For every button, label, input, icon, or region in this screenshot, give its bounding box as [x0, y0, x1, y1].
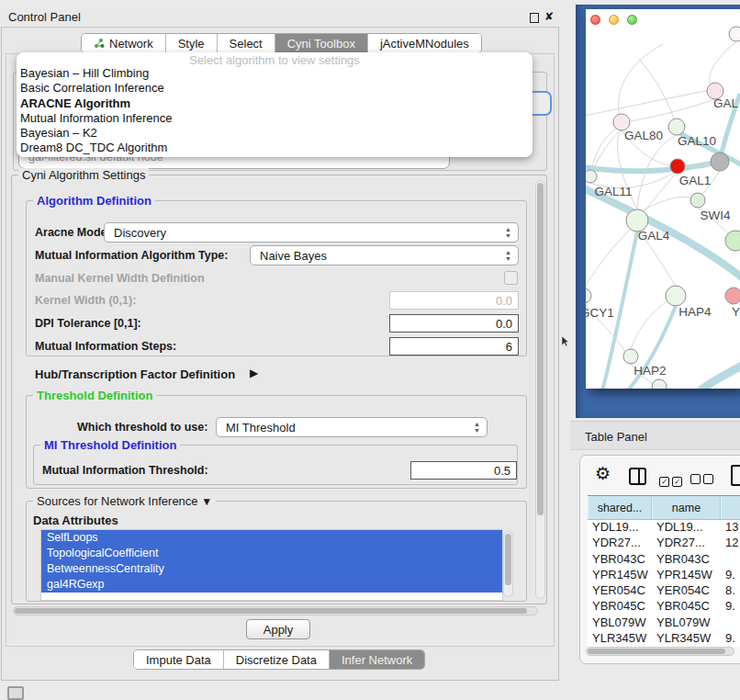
column-header-a[interactable]: A	[721, 496, 740, 519]
deselect-all-checkboxes-icon[interactable]	[690, 471, 716, 488]
column-header-shared[interactable]: shared...	[588, 496, 652, 519]
which-threshold-combo[interactable]: MI Threshold ▲▼	[216, 417, 488, 437]
aracne-mode-value: Discovery	[114, 226, 166, 240]
tab-impute-data[interactable]: Impute Data	[134, 650, 224, 669]
network-edge[interactable]	[639, 59, 677, 127]
mi-algorithm-type-combo[interactable]: Naive Bayes ▲▼	[250, 245, 519, 265]
manual-kernel-width-label: Manual Kernel Width Definition	[35, 272, 205, 285]
network-node[interactable]	[729, 27, 740, 41]
network-node[interactable]	[725, 288, 740, 304]
attribute-item-betweennesscentrality[interactable]: BetweennessCentrality	[41, 561, 502, 577]
network-edge[interactable]	[586, 228, 632, 288]
file-icon[interactable]	[731, 465, 740, 486]
table-cell: 13	[721, 520, 740, 536]
panel-title: Control Panel	[8, 10, 81, 24]
tab-label: Style	[178, 37, 205, 51]
dropdown-item-dream8-dc-tdc-algorithm[interactable]: Dream8 DC_TDC Algorithm	[17, 141, 533, 155]
tab-network[interactable]: Network	[82, 34, 166, 52]
table-row[interactable]: YBR045CYBR045C9.	[588, 599, 740, 615]
network-edge[interactable]	[701, 366, 740, 389]
table-cell: YBR045C	[588, 599, 652, 615]
table-row[interactable]: YBR043CYBR043C	[588, 552, 740, 568]
table-cell: YBL079W	[588, 615, 652, 631]
network-node[interactable]	[652, 379, 667, 389]
network-tab-icon	[94, 38, 105, 49]
table-body: YDL19...YDL19...13YDR27...YDR27...12YBR0…	[588, 520, 740, 647]
apply-button[interactable]: Apply	[246, 619, 310, 639]
mi-threshold-field[interactable]: 0.5	[410, 461, 517, 480]
dropdown-item-mutual-information-inference[interactable]: Mutual Information Inference	[17, 111, 533, 126]
network-node[interactable]	[690, 193, 705, 208]
table-cell: YBR043C	[652, 552, 721, 568]
network-node[interactable]	[711, 152, 729, 171]
float-window-icon[interactable]	[530, 13, 539, 23]
tab-jactivemnodules[interactable]: jActiveMNodules	[368, 34, 481, 52]
collapse-down-icon[interactable]: ▼	[201, 495, 212, 508]
network-edge[interactable]	[630, 99, 715, 121]
mi-steps-field[interactable]: 6	[389, 337, 519, 356]
attribute-item-selfloops[interactable]: SelfLoops	[41, 530, 502, 546]
mi-algorithm-type-label: Mutual Information Algorithm Type:	[35, 249, 228, 262]
table-cell: 9.	[721, 568, 740, 583]
table-row[interactable]: YBL079WYBL079W	[588, 615, 740, 631]
settings-horizontal-scrollbar[interactable]	[13, 606, 538, 615]
table-cell: 12	[721, 536, 740, 551]
network-node[interactable]	[586, 288, 591, 303]
node-label-hap4: HAP4	[678, 305, 712, 319]
kernel-width-field[interactable]: 0.0	[389, 291, 519, 310]
tab-cyni-toolbox[interactable]: Cyni Toolbox	[275, 34, 368, 52]
attributes-scrollbar[interactable]	[503, 531, 513, 597]
table-row[interactable]: YER054CYER054C8.	[588, 583, 740, 599]
network-node[interactable]	[623, 349, 638, 364]
combo-arrows-icon: ▲▼	[474, 421, 480, 434]
dropdown-item-aracne-algorithm[interactable]: ARACNE Algorithm	[17, 96, 533, 111]
table-row[interactable]: YLR345WYLR345W9.	[588, 631, 740, 647]
table-row[interactable]: YDL19...YDL19...13	[588, 520, 740, 536]
tab-discretize-data[interactable]: Discretize Data	[224, 650, 330, 669]
network-edge[interactable]	[641, 171, 678, 215]
table-row[interactable]: YDR27...YDR27...12	[588, 536, 740, 551]
table-cell: YDR27...	[652, 536, 721, 551]
threshold-definition-title: Threshold Definition	[33, 389, 156, 402]
algorithm-definition-title: Algorithm Definition	[33, 194, 155, 208]
dropdown-item-bayesian-hill-climbing[interactable]: Bayesian – Hill Climbing	[17, 66, 533, 81]
network-canvas[interactable]: GALGAL80GAL10GAL11GAL1SWI4GAL4GCY1HAP4YH…	[586, 9, 740, 389]
dropdown-item-basic-correlation-inference[interactable]: Basic Correlation Inference	[17, 81, 533, 96]
table-cell: YER054C	[652, 583, 721, 599]
manual-kernel-width-checkbox[interactable]	[504, 271, 518, 285]
network-edge[interactable]	[586, 91, 707, 119]
table-cell: YDL19...	[652, 520, 721, 536]
settings-vertical-scrollbar[interactable]	[535, 180, 545, 599]
table-row[interactable]: YPR145WYPR145W9.	[588, 568, 740, 583]
tab-select[interactable]: Select	[218, 34, 275, 52]
select-all-checkboxes-icon[interactable]: ✓✓	[659, 471, 685, 488]
dpi-tolerance-label: DPI Tolerance [0,1]:	[35, 317, 141, 330]
table-cell: YLR345W	[588, 631, 652, 647]
docked-window-icon[interactable]	[7, 686, 24, 700]
column-header-name[interactable]: name	[652, 496, 721, 519]
network-node[interactable]	[586, 170, 597, 183]
table-horizontal-scrollbar[interactable]	[586, 647, 734, 656]
dpi-tolerance-field[interactable]: 0.0	[389, 314, 519, 333]
apply-button-label: Apply	[263, 623, 294, 637]
attribute-item-gal4rgexp[interactable]: gal4RGexp	[41, 577, 502, 593]
mi-threshold-group-title: MI Threshold Definition	[40, 438, 180, 452]
tab-style[interactable]: Style	[166, 34, 218, 52]
tab-infer-network[interactable]: Infer Network	[330, 650, 424, 669]
table-cell: 8.	[721, 583, 740, 599]
columns-icon[interactable]	[629, 468, 646, 485]
expand-right-icon[interactable]: ▶	[250, 367, 258, 379]
combo-arrows-icon: ▲▼	[505, 249, 511, 262]
network-edge[interactable]	[637, 197, 698, 213]
network-node[interactable]	[666, 286, 686, 306]
aracne-mode-combo[interactable]: Discovery ▲▼	[104, 222, 519, 243]
table-cell: YPR145W	[652, 568, 721, 583]
attribute-item-topologicalcoefficient[interactable]: TopologicalCoefficient	[41, 546, 502, 561]
network-node[interactable]	[668, 119, 685, 135]
kernel-width-label: Kernel Width (0,1):	[35, 294, 136, 307]
gear-icon[interactable]: ⚙	[595, 463, 611, 484]
close-icon[interactable]: ✘	[544, 10, 554, 23]
dropdown-item-bayesian-k2[interactable]: Bayesian – K2	[17, 126, 533, 141]
hub-definition-label: Hub/Transcription Factor Definition	[35, 367, 235, 381]
network-node[interactable]	[670, 159, 685, 174]
